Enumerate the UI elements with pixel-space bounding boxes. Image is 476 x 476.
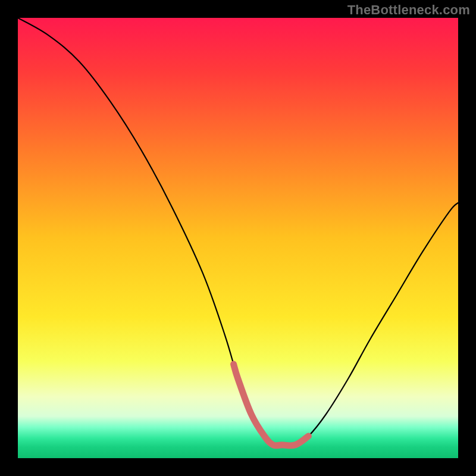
gradient-rect [18, 18, 458, 458]
plot-area [18, 18, 458, 458]
chart-frame: TheBottleneck.com [0, 0, 476, 476]
watermark-text: TheBottleneck.com [347, 2, 470, 18]
bottleneck-plot [18, 18, 458, 458]
